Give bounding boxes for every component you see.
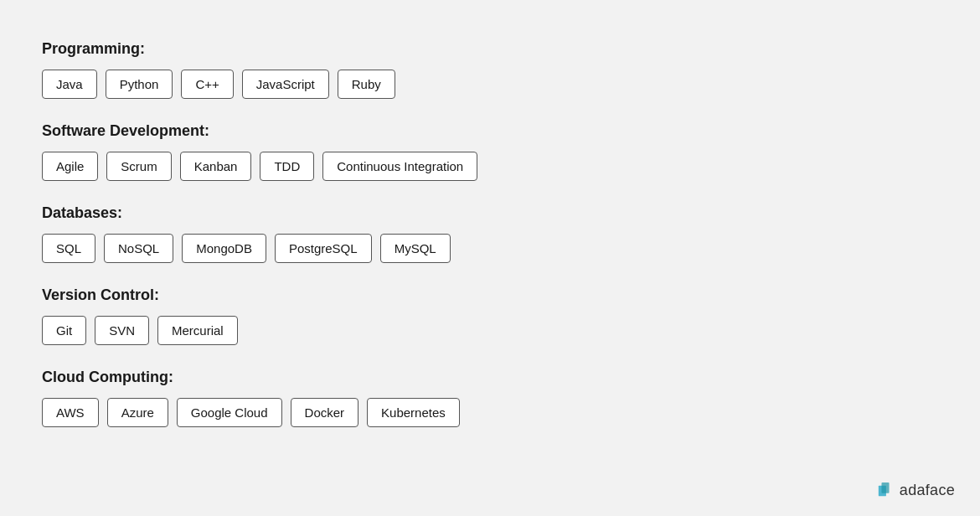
tag-docker: Docker: [291, 398, 359, 427]
tag-kubernetes: Kubernetes: [367, 398, 460, 427]
tag-ruby: Ruby: [338, 70, 395, 99]
svg-rect-1: [881, 482, 889, 493]
adaface-logo-icon: [878, 482, 893, 499]
tag-python: Python: [106, 70, 173, 99]
tag-nosql: NoSQL: [104, 234, 173, 263]
tag-javascript: JavaScript: [242, 70, 329, 99]
tags-row-version-control: GitSVNMercurial: [42, 316, 938, 345]
category-title-programming: Programming:: [42, 40, 938, 58]
category-title-software-development: Software Development:: [42, 122, 938, 140]
tag-mysql: MySQL: [380, 234, 451, 263]
tag-svn: SVN: [95, 316, 149, 345]
main-content: Programming:JavaPythonC++JavaScriptRubyS…: [0, 0, 980, 484]
tag-tdd: TDD: [260, 152, 314, 181]
tags-row-cloud-computing: AWSAzureGoogle CloudDockerKubernetes: [42, 398, 938, 427]
branding-area: adaface: [878, 482, 955, 499]
category-title-cloud-computing: Cloud Computing:: [42, 369, 938, 386]
category-title-version-control: Version Control:: [42, 286, 938, 304]
tag-google-cloud: Google Cloud: [177, 398, 282, 427]
tag-sql: SQL: [42, 234, 95, 263]
tag-kanban: Kanban: [180, 152, 252, 181]
tag-scrum: Scrum: [106, 152, 171, 181]
tag-azure: Azure: [107, 398, 168, 427]
tag-mongodb: MongoDB: [182, 234, 266, 263]
tag-postgresql: PostgreSQL: [275, 234, 372, 263]
tags-row-databases: SQLNoSQLMongoDBPostgreSQLMySQL: [42, 234, 938, 263]
category-title-databases: Databases:: [42, 204, 938, 222]
tag-java: Java: [42, 70, 97, 99]
adaface-brand-name: adaface: [900, 482, 955, 499]
category-programming: Programming:JavaPythonC++JavaScriptRuby: [42, 40, 938, 99]
tag-continuous-integration: Continuous Integration: [322, 152, 477, 181]
tags-row-software-development: AgileScrumKanbanTDDContinuous Integratio…: [42, 152, 938, 181]
category-databases: Databases:SQLNoSQLMongoDBPostgreSQLMySQL: [42, 204, 938, 263]
tag-aws: AWS: [42, 398, 99, 427]
tag-c: C++: [181, 70, 233, 99]
tag-git: Git: [42, 316, 86, 345]
category-software-development: Software Development:AgileScrumKanbanTDD…: [42, 122, 938, 181]
category-version-control: Version Control:GitSVNMercurial: [42, 286, 938, 345]
tag-agile: Agile: [42, 152, 98, 181]
tag-mercurial: Mercurial: [157, 316, 238, 345]
tags-row-programming: JavaPythonC++JavaScriptRuby: [42, 70, 938, 99]
category-cloud-computing: Cloud Computing:AWSAzureGoogle CloudDock…: [42, 369, 938, 427]
